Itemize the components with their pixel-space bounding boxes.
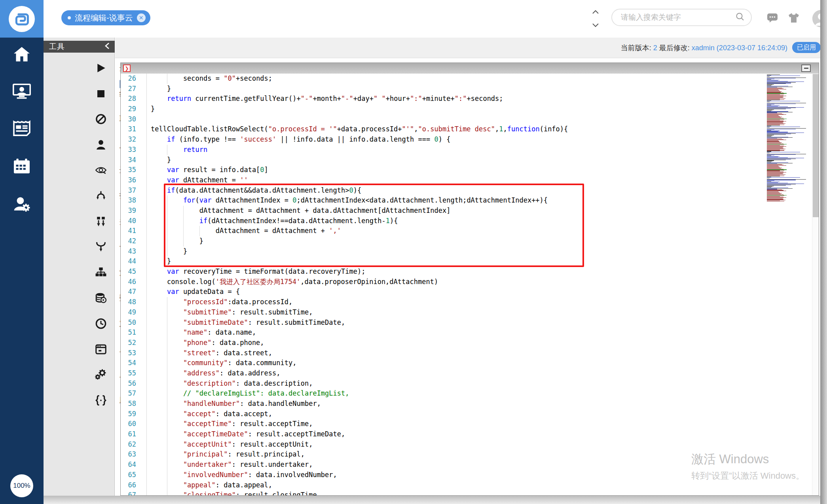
code-line[interactable]: } — [147, 236, 759, 246]
search-input[interactable] — [612, 13, 735, 22]
line-number: 26 — [121, 74, 146, 84]
scrollbar-thumb[interactable] — [813, 74, 819, 217]
line-number: 67 — [121, 490, 146, 496]
code-editor[interactable]: ❯ 26272829303132333435363738394041424344… — [120, 63, 819, 496]
code-line[interactable]: var recoveryTime = timeFormat(data.recov… — [147, 267, 759, 277]
code-line[interactable]: "closingTime": result.closingTime, — [147, 490, 759, 496]
code-line[interactable]: } — [147, 104, 759, 114]
code-line[interactable]: "phone": data.phone, — [147, 338, 759, 348]
code-line[interactable]: "appeal": data.appeal, — [147, 480, 759, 491]
line-number: 66 — [121, 480, 146, 491]
code-line[interactable] — [147, 114, 759, 125]
code-line[interactable]: "submitTimeDate": result.submitTimeDate, — [147, 318, 759, 328]
version-label: 当前版本: — [621, 44, 651, 52]
sitemap-icon — [95, 267, 107, 279]
code-line[interactable]: "address": data.address, — [147, 368, 759, 379]
code-line[interactable]: } — [147, 155, 759, 165]
app-logo[interactable] — [0, 0, 44, 38]
database-publish-icon — [95, 292, 107, 304]
user-gear-icon[interactable] — [0, 194, 44, 215]
code-line[interactable]: if(data.dAttachment&&data.dAttachment.le… — [147, 186, 759, 196]
minimap-line — [767, 127, 800, 127]
code-line[interactable]: "submitTime": result.submitTime, — [147, 307, 759, 318]
tab-active-dot — [68, 16, 71, 19]
code-line[interactable]: "community": data.community, — [147, 358, 759, 368]
line-number: 56 — [121, 379, 146, 389]
line-number: 32 — [121, 135, 146, 145]
code-line[interactable]: var result = info.data[0] — [147, 165, 759, 175]
close-icon[interactable]: ✕ — [137, 13, 146, 22]
code-line[interactable]: "acceptTimeDate": result.acceptTimeDate, — [147, 429, 759, 440]
editor-header-bar: ❯ — [121, 63, 819, 74]
merge-icon — [95, 241, 107, 253]
chevron-up-icon[interactable] — [592, 9, 599, 14]
code-line[interactable]: "processId":data.processId, — [147, 297, 759, 307]
code-line[interactable]: "street": data.street, — [147, 348, 759, 358]
code-line[interactable]: if(dAttachmentIndex!==data.dAttachment.l… — [147, 216, 759, 226]
window-bottom-edge — [44, 496, 820, 504]
chevron-down-icon[interactable] — [592, 23, 599, 28]
line-number: 46 — [121, 277, 146, 287]
line-number: 30 — [121, 114, 146, 125]
code-line[interactable]: var dAttachment = '' — [147, 175, 759, 186]
line-number: 37 — [121, 186, 146, 196]
code-line[interactable]: return — [147, 145, 759, 155]
code-line[interactable]: } — [147, 84, 759, 94]
code-line[interactable]: "accept": data.accept, — [147, 409, 759, 419]
news-icon[interactable] — [0, 118, 44, 138]
line-number: 49 — [121, 307, 146, 318]
line-number: 57 — [121, 388, 146, 399]
code-line[interactable]: tellCloudTable.listRowSelect("o.processI… — [147, 124, 759, 135]
minimap-line — [767, 101, 800, 101]
chevron-left-icon[interactable] — [104, 42, 110, 51]
code-line[interactable]: dAttachment = dAttachment + ',' — [147, 226, 759, 236]
code-line[interactable]: console.log('我进入了社区委办局1754',data.propose… — [147, 277, 759, 287]
code-area[interactable]: seconds = "0"+seconds;}return currentTim… — [147, 74, 759, 496]
code-line[interactable]: "acceptUnit": result.acceptUnit, — [147, 440, 759, 450]
sidebar: 100% — [0, 0, 44, 504]
search-icon[interactable] — [735, 12, 745, 23]
code-line[interactable]: return currentTime.getFullYear()+"-"+mon… — [147, 94, 759, 104]
line-number: 59 — [121, 409, 146, 419]
tab-process-edit[interactable]: 流程编辑-说事云 ✕ — [61, 10, 150, 25]
console-run-icon[interactable]: ❯ — [123, 64, 131, 72]
code-line[interactable]: "name": data.name, — [147, 328, 759, 338]
vertical-scrollbar[interactable] — [812, 74, 819, 496]
tab-scroll-chevrons[interactable] — [590, 9, 601, 28]
code-line[interactable]: // "declareImgList": data.declareImgList… — [147, 388, 759, 399]
code-line[interactable]: } — [147, 246, 759, 257]
code-line[interactable]: for(var dAttachmentIndex = 0;dAttachment… — [147, 195, 759, 206]
user-monitor-icon[interactable] — [0, 81, 44, 102]
line-number: 51 — [121, 328, 146, 338]
tab-label: 流程编辑-说事云 — [75, 13, 133, 23]
line-number: 62 — [121, 440, 146, 450]
line-number: 60 — [121, 419, 146, 429]
code-line[interactable]: seconds = "0"+seconds; — [147, 74, 759, 84]
code-line[interactable]: dAttachment = dAttachment + data.dAttach… — [147, 206, 759, 216]
code-line[interactable]: var updateData = { — [147, 287, 759, 297]
line-number: 43 — [121, 246, 146, 257]
enabled-status-button[interactable]: 已启用 — [792, 42, 821, 53]
shirt-icon[interactable] — [788, 13, 799, 25]
chat-icon[interactable] — [767, 13, 778, 25]
home-icon[interactable] — [0, 44, 44, 64]
line-number: 34 — [121, 155, 146, 165]
minimap[interactable] — [767, 74, 811, 494]
code-line[interactable]: if (info.type !== 'success' || !info.dat… — [147, 135, 759, 145]
split-icon — [95, 190, 107, 202]
editor-body[interactable]: 2627282930313233343536373839404142434445… — [121, 74, 819, 496]
line-number: 63 — [121, 449, 146, 460]
code-line[interactable]: "principal": result.principal, — [147, 449, 759, 460]
code-line[interactable]: } — [147, 256, 759, 267]
code-line[interactable]: "description": data.description, — [147, 379, 759, 389]
code-line[interactable]: "involvedNumber": data.involvedNumber, — [147, 470, 759, 480]
code-line[interactable]: "acceptTime": result.acceptTime, — [147, 419, 759, 429]
line-number: 29 — [121, 104, 146, 114]
minimap-collapse-icon[interactable] — [801, 64, 811, 72]
code-line[interactable]: "handleNumber": data.handleNumber, — [147, 399, 759, 409]
zoom-level-badge[interactable]: 100% — [10, 474, 33, 497]
calendar-icon[interactable] — [0, 156, 44, 176]
code-line[interactable]: "undertaker": result.undertaker, — [147, 460, 759, 470]
version-info: 当前版本: 2 最后修改: xadmin (2023-03-07 16:24:0… — [621, 43, 787, 53]
global-search — [611, 9, 752, 26]
